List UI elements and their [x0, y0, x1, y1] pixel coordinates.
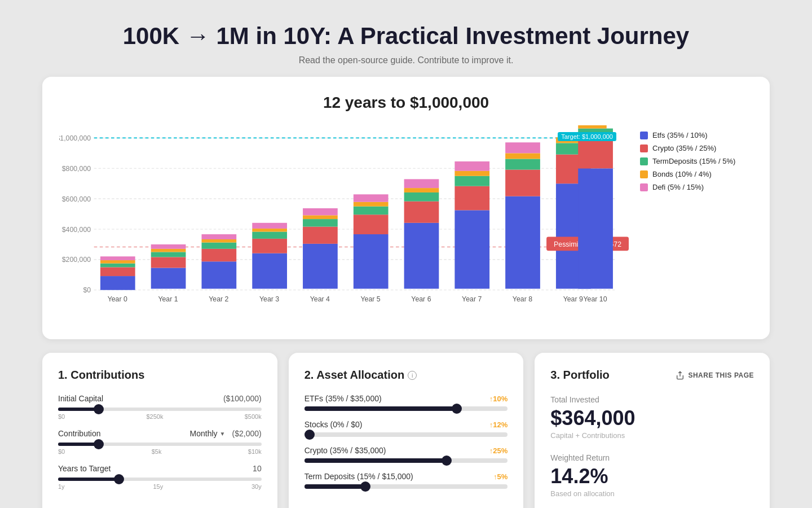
svg-text:$1,000,000: $1,000,000: [59, 134, 91, 142]
svg-text:Year 1: Year 1: [158, 295, 178, 303]
svg-text:Year 6: Year 6: [411, 295, 431, 303]
alloc-termdeposits-label: Term Deposits (15% / $15,000): [304, 472, 413, 481]
chart-title: 12 years to $1,000,000: [59, 94, 753, 112]
bar-year-0: Year 0: [100, 256, 135, 303]
alloc-crypto-header: Crypto (35% / $35,000) ↑25%: [304, 446, 508, 455]
initial-max-label: $500k: [245, 413, 262, 420]
initial-slider-fill: [58, 408, 99, 411]
legend-label-bonds: Bonds (10% / 4%): [652, 170, 712, 178]
contribution-slider[interactable]: $0 $5k $10k: [58, 443, 262, 455]
svg-rect-36: [252, 223, 287, 229]
weighted-return-sub: Based on allocation: [550, 489, 754, 498]
svg-rect-18: [100, 256, 135, 260]
years-slider-thumb[interactable]: [114, 474, 124, 484]
legend-label-crypto: Crypto (35% / 25%): [652, 144, 716, 152]
svg-rect-15: [100, 267, 135, 276]
svg-rect-32: [252, 253, 287, 289]
page-header: 100K → 1M in 10Y: A Practical Investment…: [0, 0, 812, 77]
bar-year-1: Year 1: [151, 244, 186, 303]
svg-text:Year 3: Year 3: [259, 295, 279, 303]
target-label: Target: $1,000,000: [558, 132, 616, 141]
svg-rect-58: [454, 176, 489, 186]
legend-defi: Defi (5% / 15%): [640, 183, 753, 191]
contribution-slider-thumb[interactable]: [94, 439, 104, 449]
legend-etfs: Etfs (35% / 10%): [640, 131, 753, 139]
contribution-dropdown[interactable]: Monthly ▼: [190, 429, 226, 438]
svg-rect-64: [505, 159, 540, 169]
portfolio-panel: 3. Portfolio SHARE THIS PAGE Total Inves…: [535, 353, 770, 508]
contributions-panel: 1. Contributions Initial Capital ($100,0…: [42, 353, 277, 508]
bar-year-5: Year 5: [354, 194, 389, 303]
weighted-return-stat: Weighted Return 14.2% Based on allocatio…: [550, 453, 754, 498]
years-mid-label: 15y: [153, 483, 163, 490]
legend-label-termdeposits: TermDeposits (15% / 5%): [652, 157, 735, 165]
alloc-etfs-thumb[interactable]: [452, 404, 462, 414]
allocation-header-row: 2. Asset Allocation i: [304, 369, 508, 382]
alloc-crypto-track[interactable]: [304, 458, 508, 463]
legend-dot-bonds: [640, 170, 648, 178]
years-slider[interactable]: 1y 15y 30y: [58, 478, 262, 490]
bar-year-10: Year 10: [578, 125, 613, 303]
alloc-etfs-label: ETFs (35% / $35,000): [304, 394, 382, 403]
svg-rect-45: [354, 214, 389, 234]
svg-rect-23: [151, 249, 186, 252]
alloc-crypto: Crypto (35% / $35,000) ↑25%: [304, 446, 508, 463]
svg-rect-65: [505, 153, 540, 159]
dropdown-value: Monthly: [190, 429, 218, 438]
alloc-termdeposits-fill: [304, 484, 365, 489]
svg-rect-60: [454, 161, 489, 171]
initial-capital-slider[interactable]: $0 $250k $500k: [58, 408, 262, 420]
svg-text:Year 9: Year 9: [563, 295, 583, 303]
contribution-label: Contribution: [58, 429, 101, 438]
info-icon[interactable]: i: [408, 371, 417, 380]
initial-slider-track: [58, 408, 262, 411]
svg-rect-22: [151, 252, 186, 257]
years-min-label: 1y: [58, 483, 65, 490]
legend-dot-termdeposits: [640, 157, 648, 165]
total-invested-stat: Total Invested $364,000 Capital + Contri…: [550, 395, 754, 440]
svg-rect-27: [202, 249, 237, 261]
svg-text:$400,000: $400,000: [62, 226, 91, 234]
years-slider-fill: [58, 478, 119, 481]
initial-slider-thumb[interactable]: [94, 404, 104, 414]
svg-rect-42: [303, 208, 338, 215]
svg-rect-17: [100, 260, 135, 264]
svg-text:Year 0: Year 0: [108, 295, 127, 303]
svg-rect-53: [404, 188, 439, 192]
alloc-stocks-track[interactable]: [304, 432, 508, 437]
svg-text:Year 10: Year 10: [583, 295, 607, 303]
svg-text:Year 8: Year 8: [513, 295, 532, 303]
alloc-etfs-track[interactable]: [304, 406, 508, 411]
svg-rect-16: [100, 264, 135, 268]
svg-rect-21: [151, 257, 186, 268]
bar-year-4: Year 4: [303, 208, 338, 303]
alloc-crypto-thumb[interactable]: [442, 456, 452, 466]
chart-area: Target: $1,000,000 $1,000,000 $800,0: [59, 125, 753, 328]
initial-capital-label: Initial Capital: [58, 394, 103, 403]
years-value: 10: [253, 464, 262, 473]
svg-rect-38: [303, 244, 338, 289]
alloc-stocks-thumb[interactable]: [304, 430, 315, 440]
svg-rect-54: [404, 179, 439, 188]
alloc-termdeposits-header: Term Deposits (15% / $15,000) ↑5%: [304, 472, 508, 481]
alloc-etfs-rate: ↑10%: [489, 395, 508, 403]
allocation-panel: 2. Asset Allocation i ETFs (35% / $35,00…: [289, 353, 524, 508]
svg-rect-34: [252, 232, 287, 239]
alloc-termdeposits-track[interactable]: [304, 484, 508, 489]
svg-rect-41: [303, 215, 338, 219]
bar-year-2: Year 2: [202, 234, 237, 303]
legend-dot-defi: [640, 183, 648, 191]
contribution-slider-track: [58, 443, 262, 446]
share-button[interactable]: SHARE THIS PAGE: [676, 371, 754, 380]
allocation-heading: 2. Asset Allocation: [304, 369, 404, 382]
svg-rect-56: [454, 210, 489, 288]
alloc-termdeposits-thumb[interactable]: [360, 481, 370, 492]
share-icon: [676, 371, 685, 380]
svg-rect-76: [578, 139, 613, 169]
years-row: Years to Target 10: [58, 464, 262, 473]
bar-chart-svg: $1,000,000 $800,000 $600,000 $400,000 $2…: [59, 125, 629, 328]
chart-container: Target: $1,000,000 $1,000,000 $800,0: [59, 125, 629, 328]
alloc-etfs-fill: [304, 406, 457, 411]
svg-rect-39: [303, 227, 338, 244]
initial-min-label: $0: [58, 413, 65, 420]
